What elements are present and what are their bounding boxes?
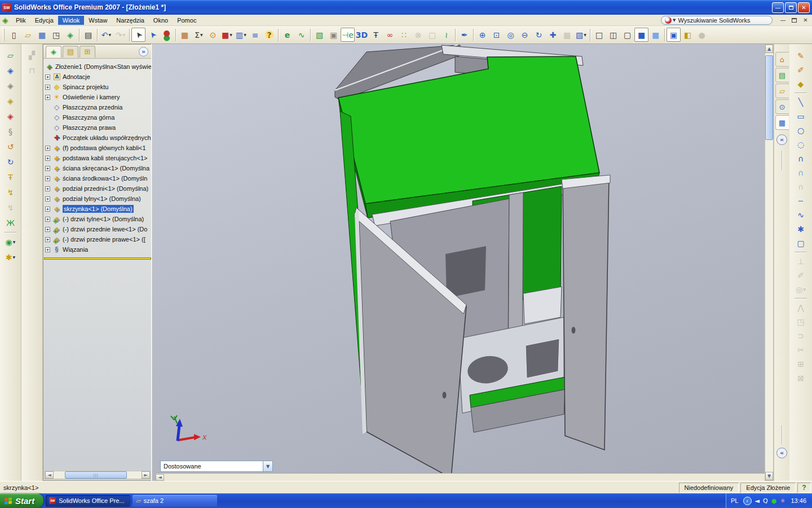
zoom-to-selection-button[interactable]: ⊖ [518, 28, 532, 42]
tree-item[interactable]: +◈(-) drzwi przednie lewe<1> (Do [43, 224, 152, 234]
sketch-button[interactable]: ✎ [794, 49, 808, 63]
scroll-right-icon[interactable]: ► [142, 471, 150, 479]
graphics-viewport[interactable]: X Dostosowane ▼ ◄ [152, 44, 765, 481]
expand-icon[interactable]: + [45, 196, 50, 202]
motion-record-button[interactable]: ▣ [326, 28, 341, 42]
toolbox-button[interactable]: ✱▼ [3, 250, 17, 264]
tree-item[interactable]: +◈(-) drzwi przednie prawe<1> ([ [43, 234, 152, 244]
zoom-to-fit-button[interactable]: ⊕ [475, 28, 489, 42]
task-pane-collapse-button[interactable]: « [776, 134, 787, 145]
search-dropdown-icon[interactable]: ▼ [673, 18, 676, 23]
circle-button[interactable]: ○ [794, 123, 808, 137]
view-state-combo[interactable]: Dostosowane ▼ [160, 461, 273, 472]
bottom-collapse-button[interactable]: « [776, 448, 787, 458]
expand-icon[interactable]: + [45, 217, 50, 222]
collapse-chevron-icon[interactable]: ‹ [743, 497, 752, 505]
tree-item[interactable]: +◈podstawa kabli sterujacych<1> [43, 153, 152, 163]
mdi-minimize-button[interactable]: — [778, 16, 788, 24]
tree-item[interactable]: +◈ściana skręcana<1> (Domyślna [43, 163, 152, 173]
tree-item[interactable]: +§Wiązania [43, 244, 152, 255]
tree-overflow-button[interactable]: » [139, 47, 148, 56]
viewport-scroll-left-icon[interactable]: ◄ [156, 474, 164, 481]
expand-icon[interactable]: + [45, 247, 50, 252]
open-document-button[interactable]: ▱ [21, 28, 35, 42]
zoom-in-out-button[interactable]: ◎ [504, 28, 518, 42]
expand-icon[interactable]: + [45, 146, 50, 151]
rotate-component-button[interactable]: ↻ [3, 155, 17, 169]
tree-item[interactable]: ◇Płaszczyzna przednia [43, 102, 152, 112]
undo-button[interactable]: ↶▼ [99, 28, 113, 42]
status-orb-icon[interactable]: ● [771, 497, 777, 505]
expand-icon[interactable]: + [45, 207, 50, 212]
viewport-scroll-up-icon[interactable]: ▲ [765, 45, 773, 53]
edrawings-publish-button[interactable]: e [280, 28, 294, 42]
design-library-tab[interactable]: ▤ [775, 68, 789, 82]
centerline-button[interactable]: ┄ [794, 194, 808, 208]
edrawings-animate-button[interactable]: ∿ [294, 28, 308, 42]
centerpoint-arc-button[interactable]: ∩ [794, 151, 808, 165]
viewport-scrollbar-thumb[interactable] [765, 55, 773, 140]
shaded-button[interactable]: ■ [648, 28, 663, 42]
expand-icon[interactable]: + [45, 186, 50, 191]
menu-okno[interactable]: Okno [149, 16, 173, 25]
tree-item[interactable]: ◈Złożenie1 (Domyślna<Stan wyświe [43, 62, 152, 72]
taskbar-button-szafa2[interactable]: ▱szafa 2 [133, 495, 217, 507]
tangent-arc-button[interactable]: ∩ [794, 165, 808, 179]
shaded-with-edges-button[interactable]: ■ [634, 28, 648, 42]
tree-item[interactable]: +◈skrzynka<1> (Domyślna) [43, 204, 152, 214]
taskbar-clock[interactable]: 13:46 [791, 497, 806, 504]
search-input[interactable]: Wyszukiwanie SolidWorks [678, 17, 750, 24]
photoworks-render-button[interactable]: ▧ [312, 28, 326, 42]
solidworks-resources-tab[interactable]: ⌂ [775, 52, 789, 67]
tree-item[interactable]: ◇Płaszczyzna górna [43, 112, 152, 122]
app-menu-icon[interactable]: ◈ [2, 16, 8, 24]
wireframe-button[interactable]: □ [592, 28, 606, 42]
restore-button[interactable] [785, 2, 797, 13]
mdi-restore-button[interactable] [789, 16, 799, 24]
tree-item[interactable]: ✚Początek układu współrzędnych [43, 133, 152, 143]
expand-icon[interactable]: + [45, 85, 50, 90]
combo-dropdown-icon[interactable]: ▼ [263, 461, 272, 471]
search-box[interactable]: ▼ Wyszukiwanie SolidWorks [661, 16, 773, 25]
expand-icon[interactable]: + [45, 75, 50, 80]
smart-fasteners-button[interactable]: Ŧ [3, 170, 17, 184]
viewport-vertical-scrollbar[interactable]: ▲ ▼ [765, 44, 774, 481]
menu-wstaw[interactable]: Wstaw [84, 16, 112, 25]
shadows-in-shaded-mode-button[interactable]: ▣ [667, 28, 681, 42]
tree-item[interactable]: +AAdnotacje [43, 72, 152, 82]
select-button[interactable]: ➤ [131, 28, 145, 42]
bottom-drag-handle[interactable] [782, 425, 783, 444]
hidden-lines-removed-button[interactable]: ▢ [620, 28, 634, 42]
solidworks-office-button[interactable]: ■▼ [220, 28, 234, 42]
exploded-view-button[interactable]: ↯ [3, 185, 17, 199]
task-pane-drag-handle[interactable] [782, 151, 783, 170]
traffic-light-button[interactable]: ● [160, 28, 174, 42]
model-3d-view[interactable]: X [152, 44, 765, 481]
instant-e-button[interactable]: ⊣e [341, 28, 355, 42]
language-indicator[interactable]: PL [731, 497, 738, 504]
design-checker-button[interactable]: ∞ [383, 28, 397, 42]
dimension-wand-button[interactable]: ✒ [457, 28, 471, 42]
featuremanager-tab[interactable]: ◈ [46, 46, 61, 58]
scrollbar-thumb[interactable]: ||| [65, 471, 127, 479]
expand-icon[interactable]: + [45, 227, 50, 232]
view-orientation-button[interactable]: ▧▼ [574, 28, 588, 42]
new-document-button[interactable]: ▯ [7, 28, 21, 42]
tree-item[interactable]: +◈(f) podstawa głównych kabli<1 [43, 143, 152, 153]
expand-icon[interactable]: + [45, 156, 50, 161]
expand-icon[interactable]: + [45, 237, 50, 242]
line-button[interactable]: ╲ [794, 95, 808, 109]
sketch-plane-button[interactable]: ◆ [794, 77, 808, 91]
rollback-bar[interactable] [44, 257, 151, 260]
mdi-close-button[interactable]: ✕ [801, 16, 810, 24]
propertymanager-tab[interactable]: ▤ [63, 46, 78, 58]
search-tab-tab[interactable]: ⊙ [775, 99, 789, 114]
measure-button[interactable]: Σ▼ [192, 28, 206, 42]
fasteners-button[interactable]: Ŧ [369, 28, 383, 42]
hidden-lines-visible-button[interactable]: ◫ [606, 28, 620, 42]
status-help-button[interactable]: ? [797, 483, 811, 493]
volume-icon[interactable]: ◄ [755, 497, 760, 505]
rectangle-button[interactable]: ▭ [794, 109, 808, 123]
viewport-horizontal-scrollbar[interactable]: ◄ [156, 473, 765, 481]
toolbar-grip[interactable] [3, 29, 5, 41]
